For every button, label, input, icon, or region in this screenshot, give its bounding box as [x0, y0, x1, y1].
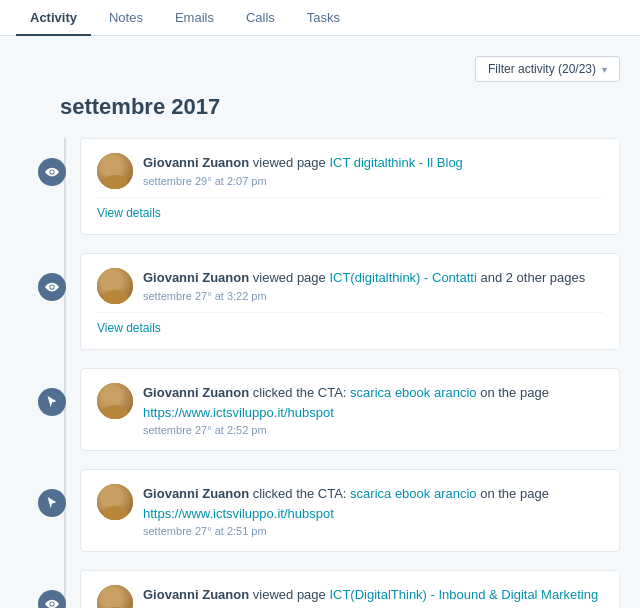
activity-text: Giovanni Zuanon viewed page ICT digitalt… — [143, 153, 603, 173]
tab-notes[interactable]: Notes — [95, 0, 157, 36]
timestamp: settembre 29° at 2:07 pm — [143, 175, 603, 187]
avatar — [97, 484, 133, 520]
view-details-link[interactable]: View details — [97, 206, 161, 220]
cta-link[interactable]: scarica ebook arancio — [350, 385, 476, 400]
card-body: Giovanni Zuanon viewed page ICT digitalt… — [143, 153, 603, 187]
activity-item: Giovanni Zuanon clicked the CTA: scarica… — [80, 469, 620, 552]
activity-card: Giovanni Zuanon viewed page ICT(digitalt… — [80, 253, 620, 350]
cursor-icon — [38, 388, 66, 416]
action-post: on the page — [480, 486, 549, 501]
tab-tasks[interactable]: Tasks — [293, 0, 354, 36]
action-pre: viewed page — [253, 270, 330, 285]
activity-item: Giovanni Zuanon clicked the CTA: scarica… — [80, 368, 620, 451]
tab-activity[interactable]: Activity — [16, 0, 91, 36]
main-content: Filter activity (20/23) ▾ settembre 2017… — [0, 36, 640, 608]
url-link[interactable]: https://www.ictsviluppo.it/hubspot — [143, 405, 334, 420]
action-post: and 2 other pages — [480, 270, 585, 285]
eye-icon — [38, 590, 66, 608]
activity-text: Giovanni Zuanon clicked the CTA: scarica… — [143, 484, 603, 504]
person-name: Giovanni Zuanon — [143, 270, 249, 285]
view-details-link[interactable]: View details — [97, 321, 161, 335]
action-pre: clicked the CTA: — [253, 385, 350, 400]
avatar — [97, 268, 133, 304]
filter-label: Filter activity (20/23) — [488, 62, 596, 76]
activity-text: Giovanni Zuanon viewed page ICT(digitalt… — [143, 268, 603, 288]
person-name: Giovanni Zuanon — [143, 385, 249, 400]
activity-card: Giovanni Zuanon clicked the CTA: scarica… — [80, 368, 620, 451]
card-body: Giovanni Zuanon clicked the CTA: scarica… — [143, 383, 603, 436]
tab-emails[interactable]: Emails — [161, 0, 228, 36]
person-name: Giovanni Zuanon — [143, 587, 249, 602]
activity-item: Giovanni Zuanon viewed page ICT(DigitalT… — [80, 570, 620, 608]
avatar — [97, 153, 133, 189]
filter-activity-button[interactable]: Filter activity (20/23) ▾ — [475, 56, 620, 82]
avatar — [97, 585, 133, 608]
activity-item: Giovanni Zuanon viewed page ICT digitalt… — [80, 138, 620, 235]
activity-item: Giovanni Zuanon viewed page ICT(digitalt… — [80, 253, 620, 350]
action-pre: viewed page — [253, 155, 330, 170]
card-body: Giovanni Zuanon viewed page ICT(digitalt… — [143, 268, 603, 302]
timeline: Giovanni Zuanon viewed page ICT digitalt… — [50, 138, 620, 608]
page-link[interactable]: ICT(DigitalThink) - Inbound & Digital Ma… — [329, 587, 598, 602]
divider — [97, 312, 603, 313]
activity-text: Giovanni Zuanon clicked the CTA: scarica… — [143, 383, 603, 403]
divider — [97, 197, 603, 198]
cursor-icon — [38, 489, 66, 517]
person-name: Giovanni Zuanon — [143, 155, 249, 170]
timestamp: settembre 27° at 2:51 pm — [143, 525, 603, 537]
month-heading: settembre 2017 — [60, 94, 620, 120]
activity-text: Giovanni Zuanon viewed page ICT(DigitalT… — [143, 585, 603, 605]
url-text: https://www.ictsviluppo.it/hubspot — [143, 403, 603, 423]
eye-icon — [38, 158, 66, 186]
filter-bar: Filter activity (20/23) ▾ — [50, 56, 620, 82]
timestamp: settembre 27° at 3:22 pm — [143, 290, 603, 302]
timestamp: settembre 27° at 2:52 pm — [143, 424, 603, 436]
action-pre: clicked the CTA: — [253, 486, 350, 501]
activity-card: Giovanni Zuanon viewed page ICT(DigitalT… — [80, 570, 620, 608]
page-link[interactable]: ICT(digitalthink) - Contatti — [329, 270, 476, 285]
page-link[interactable]: ICT digitalthink - Il Blog — [329, 155, 462, 170]
action-post: on the page — [480, 385, 549, 400]
cta-link[interactable]: scarica ebook arancio — [350, 486, 476, 501]
avatar — [97, 383, 133, 419]
eye-icon — [38, 273, 66, 301]
person-name: Giovanni Zuanon — [143, 486, 249, 501]
card-body: Giovanni Zuanon viewed page ICT(DigitalT… — [143, 585, 603, 608]
action-pre: viewed page — [253, 587, 330, 602]
tab-calls[interactable]: Calls — [232, 0, 289, 36]
activity-card: Giovanni Zuanon viewed page ICT digitalt… — [80, 138, 620, 235]
url-text: https://www.ictsviluppo.it/hubspot — [143, 504, 603, 524]
url-link[interactable]: https://www.ictsviluppo.it/hubspot — [143, 506, 334, 521]
activity-card: Giovanni Zuanon clicked the CTA: scarica… — [80, 469, 620, 552]
chevron-down-icon: ▾ — [602, 64, 607, 75]
tabs-bar: Activity Notes Emails Calls Tasks — [0, 0, 640, 36]
card-body: Giovanni Zuanon clicked the CTA: scarica… — [143, 484, 603, 537]
